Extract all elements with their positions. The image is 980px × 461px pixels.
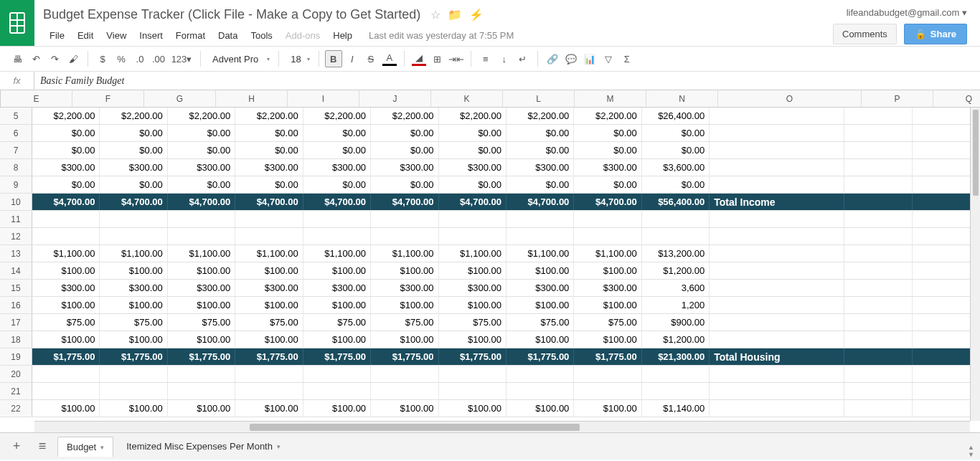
cell[interactable] [168,366,235,382]
cell[interactable]: $4,700.00 [32,194,100,210]
cell[interactable]: $0.00 [439,176,507,193]
merge-cells-button[interactable]: ⇥⇤ [448,50,465,67]
cell[interactable]: $1,100.00 [100,245,167,262]
cell[interactable]: $1,775.00 [100,348,167,365]
filter-button[interactable]: ▽ [600,50,617,67]
cell[interactable]: $1,200.00 [642,331,710,348]
cell[interactable] [439,366,507,382]
user-email[interactable]: lifeandabudget@gmail.com ▾ [847,7,967,18]
cell[interactable] [844,108,912,124]
print-icon[interactable]: 🖶 [9,50,26,67]
cell[interactable]: $0.00 [439,142,507,158]
row-header[interactable]: 22 [0,400,32,417]
cell[interactable]: $75.00 [100,314,167,331]
cell[interactable]: $1,775.00 [303,348,371,365]
cell[interactable] [710,262,844,279]
cell[interactable]: $1,775.00 [168,348,235,365]
row-header[interactable]: 8 [0,159,32,176]
cell[interactable] [371,383,438,399]
cell[interactable]: $2,200.00 [303,108,371,124]
cell[interactable]: $300.00 [371,159,438,176]
cell[interactable] [303,228,371,244]
cell[interactable]: $300.00 [303,159,371,176]
fill-color-button[interactable]: ◢ [410,50,428,67]
cell[interactable] [844,142,912,158]
cell[interactable]: $4,700.00 [168,194,235,210]
cell[interactable] [710,280,844,296]
cell[interactable] [642,211,710,227]
column-header[interactable]: K [431,90,503,107]
cell[interactable]: $1,140.00 [642,400,710,417]
sheet-tab-budget[interactable]: Budget ▾ [57,437,113,457]
cell[interactable]: $300.00 [168,280,235,296]
cell[interactable] [844,125,912,141]
menu-help[interactable]: Help [326,27,359,44]
number-format-dropdown[interactable]: 123 ▾ [169,50,194,67]
redo-icon[interactable]: ↷ [46,50,63,67]
cell[interactable]: $75.00 [507,314,574,331]
cell[interactable]: $75.00 [32,314,100,331]
cell[interactable] [844,159,912,176]
menu-data[interactable]: Data [212,27,244,44]
cell[interactable]: $1,775.00 [507,348,574,365]
cell[interactable]: $1,775.00 [371,348,438,365]
menu-format[interactable]: Format [169,27,212,44]
cell[interactable]: $100.00 [507,400,574,417]
cell[interactable]: $13,200.00 [642,245,710,262]
cell[interactable]: $900.00 [642,314,710,331]
cell[interactable]: Total Income [710,194,844,210]
cell[interactable] [574,228,641,244]
cell[interactable]: $100.00 [100,262,167,279]
cell[interactable] [844,176,912,193]
cell[interactable] [844,331,912,348]
cell[interactable]: $21,300.00 [642,348,710,365]
cell[interactable]: $0.00 [574,125,641,141]
cell[interactable]: $2,200.00 [32,108,100,124]
cell[interactable] [710,331,844,348]
cell[interactable]: $100.00 [100,400,167,417]
menu-view[interactable]: View [100,27,133,44]
cell[interactable]: $1,100.00 [168,245,235,262]
cell[interactable]: $0.00 [371,125,438,141]
cell[interactable]: $100.00 [439,331,507,348]
explore-arrows[interactable]: ▲▼ [968,444,974,458]
cell[interactable] [844,366,912,382]
cell[interactable] [710,108,844,124]
cell[interactable] [439,211,507,227]
cell[interactable] [844,245,912,262]
cell[interactable]: $75.00 [303,314,371,331]
cell[interactable]: $300.00 [303,280,371,296]
cell[interactable] [710,176,844,193]
column-header[interactable]: F [72,90,144,107]
cell[interactable] [844,194,912,210]
row-header[interactable]: 10 [0,194,32,210]
last-edit-info[interactable]: Last edit was yesterday at 7:55 PM [369,30,514,41]
cell[interactable] [710,228,844,244]
cell[interactable] [100,228,167,244]
cell[interactable]: $300.00 [439,280,507,296]
cell[interactable]: $0.00 [303,142,371,158]
cell[interactable]: $300.00 [507,159,574,176]
undo-icon[interactable]: ↶ [27,50,44,67]
cell[interactable] [710,125,844,141]
cell[interactable] [844,297,912,313]
row-header[interactable]: 12 [0,228,32,244]
cell[interactable] [100,383,167,399]
cell[interactable]: $100.00 [371,262,438,279]
functions-button[interactable]: Σ [618,50,636,67]
cell[interactable] [710,366,844,382]
cell[interactable]: $0.00 [439,125,507,141]
cell[interactable] [235,228,303,244]
decrease-decimal-button[interactable]: .0 [131,50,149,67]
cell[interactable] [844,314,912,331]
cell[interactable] [844,211,912,227]
cell[interactable] [32,366,100,382]
all-sheets-button[interactable]: ≡ [32,436,53,457]
cell[interactable]: $300.00 [100,159,167,176]
cell[interactable] [371,211,438,227]
cell[interactable]: $0.00 [303,176,371,193]
offline-icon[interactable]: ⚡ [469,8,484,22]
column-header[interactable]: M [575,90,646,107]
cell[interactable]: $4,700.00 [439,194,507,210]
insert-chart-button[interactable]: 📊 [581,50,598,67]
